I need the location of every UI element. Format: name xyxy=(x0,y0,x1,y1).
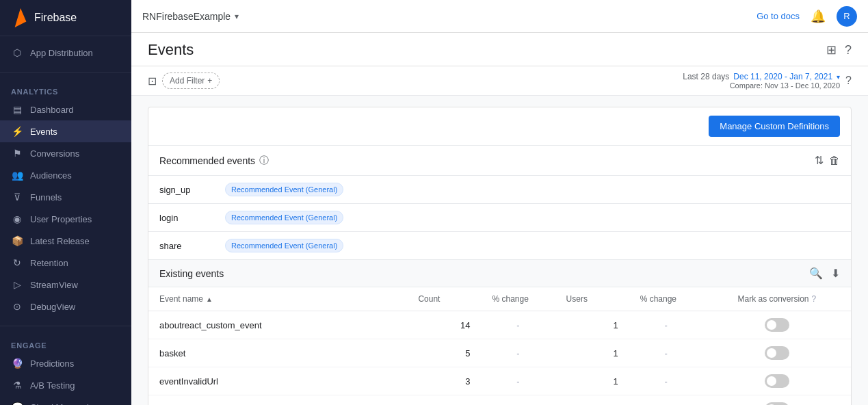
manage-row: Manage Custom Definitions xyxy=(148,107,851,146)
event-conversion-cell xyxy=(703,395,851,406)
events-card: Manage Custom Definitions Recommended ev… xyxy=(148,107,852,405)
project-chevron-icon[interactable]: ▾ xyxy=(235,12,239,21)
event-count-cell: 14 xyxy=(407,311,481,339)
sidebar-label-latest-release: Latest Release xyxy=(30,236,90,246)
ab-testing-icon: ⚗ xyxy=(11,380,23,391)
customize-columns-icon[interactable]: ⊞ xyxy=(826,42,837,57)
audiences-icon: 👥 xyxy=(11,170,23,181)
user-properties-icon: ◉ xyxy=(11,213,23,224)
sidebar-item-audiences[interactable]: 👥 Audiences xyxy=(0,164,131,186)
sidebar-label-audiences: Audiences xyxy=(30,170,72,181)
latest-release-icon: 📦 xyxy=(11,235,23,246)
sidebar-label-retention: Retention xyxy=(30,258,68,268)
sidebar: Firebase ⬡ App Distribution Analytics ▤ … xyxy=(0,0,131,405)
recommended-event-row: share Recommended Event (General) xyxy=(148,232,851,260)
sort-icon: ▲ xyxy=(206,296,213,303)
sidebar-label-predictions: Predictions xyxy=(30,358,74,369)
engage-section-label: Engage xyxy=(0,335,131,352)
date-range-label: Last 28 days xyxy=(683,72,729,81)
sidebar-label-dashboard: Dashboard xyxy=(30,105,74,115)
col-header-count[interactable]: Count xyxy=(407,287,481,311)
cloud-messaging-icon: 💬 xyxy=(11,402,23,405)
conversion-toggle[interactable] xyxy=(765,402,789,405)
filter-icon: ⊡ xyxy=(148,75,157,88)
sidebar-item-events[interactable]: ⚡ Events xyxy=(0,120,131,142)
streamview-icon: ▷ xyxy=(11,279,23,290)
sidebar-label-debugview: DebugView xyxy=(30,302,75,312)
notifications-icon[interactable]: 🔔 xyxy=(811,9,826,24)
date-chevron-icon[interactable]: ▾ xyxy=(837,73,840,81)
event-conversion-cell xyxy=(703,311,851,339)
table-row: first_open 3 - 3 - xyxy=(148,395,851,406)
sidebar-item-dashboard[interactable]: ▤ Dashboard xyxy=(0,99,131,120)
event-name-cell: basket xyxy=(148,339,407,367)
sidebar-item-cloud-messaging[interactable]: 💬 Cloud Messaging xyxy=(0,396,131,405)
event-conversion-cell xyxy=(703,339,851,367)
funnels-icon: ⊽ xyxy=(11,192,23,202)
existing-events-title: Existing events xyxy=(159,268,224,279)
page-title: Events xyxy=(148,41,194,59)
sidebar-item-app-distribution[interactable]: ⬡ App Distribution xyxy=(0,42,131,64)
date-range-value[interactable]: Dec 11, 2020 - Jan 7, 2021 xyxy=(733,72,832,81)
conversion-toggle[interactable] xyxy=(765,374,789,388)
events-table-body: aboutreact_custom_event 14 - 1 - basket … xyxy=(148,311,851,406)
go-to-docs-link[interactable]: Go to docs xyxy=(757,11,800,21)
dashboard-icon: ▤ xyxy=(11,104,23,115)
compare-date-label: Compare: Nov 13 - Dec 10, 2020 xyxy=(683,81,840,90)
debugview-icon: ⊙ xyxy=(11,301,23,312)
manage-custom-definitions-button[interactable]: Manage Custom Definitions xyxy=(709,116,840,137)
sidebar-header: Firebase xyxy=(0,0,131,36)
content-area: Manage Custom Definitions Recommended ev… xyxy=(131,96,868,405)
date-help-icon[interactable]: ? xyxy=(845,75,852,87)
sidebar-item-latest-release[interactable]: 📦 Latest Release xyxy=(0,230,131,252)
sidebar-item-conversions[interactable]: ⚑ Conversions xyxy=(0,142,131,164)
event-pct1-cell: - xyxy=(481,367,555,395)
recommended-events-header: Recommended events ⓘ ⇅ 🗑 xyxy=(148,146,851,176)
page: Events ⊞ ? ⊡ Add Filter + Last 28 days D… xyxy=(131,33,868,405)
expand-collapse-icon[interactable]: ⇅ xyxy=(815,154,824,167)
search-events-icon[interactable]: 🔍 xyxy=(809,267,823,280)
recommended-events-info-icon[interactable]: ⓘ xyxy=(259,155,269,167)
conversion-toggle[interactable] xyxy=(765,318,789,332)
sidebar-item-user-properties[interactable]: ◉ User Properties xyxy=(0,208,131,230)
event-pct1-cell: - xyxy=(481,339,555,367)
sidebar-item-debugview[interactable]: ⊙ DebugView xyxy=(0,296,131,317)
sidebar-item-predictions[interactable]: 🔮 Predictions xyxy=(0,352,131,374)
sidebar-label-ab-testing: A/B Testing xyxy=(30,380,75,391)
conversion-toggle[interactable] xyxy=(765,346,789,360)
conversion-help-icon[interactable]: ? xyxy=(812,294,817,304)
sidebar-item-streamview[interactable]: ▷ StreamView xyxy=(0,274,131,296)
predictions-icon: 🔮 xyxy=(11,358,23,369)
event-pct2-cell: - xyxy=(629,395,703,406)
add-filter-button[interactable]: Add Filter + xyxy=(162,73,220,89)
rec-event-name-2: share xyxy=(159,241,214,251)
table-header-row: Event name ▲ Count % change Users % chan… xyxy=(148,287,851,311)
event-pct2-cell: - xyxy=(629,339,703,367)
sidebar-item-retention[interactable]: ↻ Retention xyxy=(0,252,131,274)
event-count-cell: 3 xyxy=(407,395,481,406)
sidebar-label-cloud-messaging: Cloud Messaging xyxy=(30,402,98,406)
col-header-event-name[interactable]: Event name ▲ xyxy=(148,287,407,311)
col-header-users[interactable]: Users xyxy=(555,287,629,311)
table-row: basket 5 - 1 - xyxy=(148,339,851,367)
event-name-cell: aboutreact_custom_event xyxy=(148,311,407,339)
app-distribution-icon: ⬡ xyxy=(11,47,23,58)
delete-recommended-icon[interactable]: 🗑 xyxy=(829,155,840,167)
sidebar-label-conversions: Conversions xyxy=(30,148,79,159)
sidebar-label-events: Events xyxy=(30,127,57,137)
download-events-icon[interactable]: ⬇ xyxy=(831,267,840,280)
event-name-cell: eventInvalidUrl xyxy=(148,367,407,395)
sidebar-label-streamview: StreamView xyxy=(30,280,78,290)
project-name: RNFirebaseExample xyxy=(142,11,231,22)
user-avatar[interactable]: R xyxy=(837,6,857,27)
recommended-event-row: sign_up Recommended Event (General) xyxy=(148,176,851,204)
event-pct2-cell: - xyxy=(629,367,703,395)
event-count-cell: 3 xyxy=(407,367,481,395)
sidebar-item-funnels[interactable]: ⊽ Funnels xyxy=(0,186,131,208)
sidebar-item-ab-testing[interactable]: ⚗ A/B Testing xyxy=(0,374,131,396)
event-pct1-cell: - xyxy=(481,311,555,339)
help-icon[interactable]: ? xyxy=(845,43,852,57)
event-users-cell: 1 xyxy=(555,367,629,395)
page-header: Events ⊞ ? xyxy=(131,33,868,66)
rec-event-name-0: sign_up xyxy=(159,185,214,195)
